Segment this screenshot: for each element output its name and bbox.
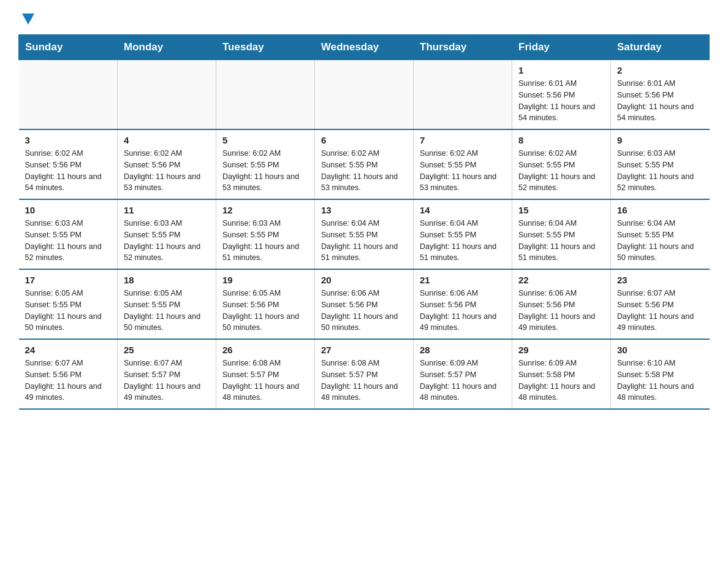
calendar-day-cell: 3Sunrise: 6:02 AMSunset: 5:56 PMDaylight… — [19, 129, 118, 199]
day-number: 12 — [222, 205, 308, 215]
day-sun-info: Sunrise: 6:02 AMSunset: 5:55 PMDaylight:… — [518, 148, 604, 194]
day-sun-info: Sunrise: 6:08 AMSunset: 5:57 PMDaylight:… — [222, 358, 308, 404]
day-number: 3 — [25, 135, 112, 145]
calendar-day-cell: 10Sunrise: 6:03 AMSunset: 5:55 PMDayligh… — [19, 199, 118, 269]
calendar-day-cell: 17Sunrise: 6:05 AMSunset: 5:55 PMDayligh… — [19, 269, 118, 339]
day-of-week-header: Tuesday — [216, 35, 315, 60]
day-of-week-header: Friday — [512, 35, 611, 60]
day-number: 2 — [617, 65, 703, 75]
day-sun-info: Sunrise: 6:01 AMSunset: 5:56 PMDaylight:… — [617, 78, 703, 124]
day-number: 27 — [321, 345, 407, 355]
day-number: 1 — [518, 65, 604, 75]
day-number: 7 — [420, 135, 506, 145]
calendar-day-cell: 8Sunrise: 6:02 AMSunset: 5:55 PMDaylight… — [512, 129, 611, 199]
calendar-day-cell: 9Sunrise: 6:03 AMSunset: 5:55 PMDaylight… — [611, 129, 710, 199]
day-sun-info: Sunrise: 6:03 AMSunset: 5:55 PMDaylight:… — [617, 148, 703, 194]
calendar-day-cell: 14Sunrise: 6:04 AMSunset: 5:55 PMDayligh… — [414, 199, 512, 269]
day-number: 11 — [124, 205, 210, 215]
day-sun-info: Sunrise: 6:05 AMSunset: 5:55 PMDaylight:… — [124, 288, 210, 334]
day-number: 19 — [222, 275, 308, 285]
calendar-day-cell: 6Sunrise: 6:02 AMSunset: 5:55 PMDaylight… — [315, 129, 414, 199]
day-number: 8 — [518, 135, 604, 145]
calendar-day-cell: 15Sunrise: 6:04 AMSunset: 5:55 PMDayligh… — [512, 199, 611, 269]
calendar-day-cell: 18Sunrise: 6:05 AMSunset: 5:55 PMDayligh… — [118, 269, 216, 339]
day-number: 20 — [321, 275, 407, 285]
day-of-week-header: Monday — [118, 35, 216, 60]
day-sun-info: Sunrise: 6:08 AMSunset: 5:57 PMDaylight:… — [321, 358, 407, 404]
day-number: 5 — [222, 135, 308, 145]
page-header — [18, 12, 710, 25]
calendar-table: SundayMondayTuesdayWednesdayThursdayFrid… — [18, 34, 710, 410]
day-number: 9 — [617, 135, 703, 145]
day-sun-info: Sunrise: 6:06 AMSunset: 5:56 PMDaylight:… — [518, 288, 604, 334]
calendar-day-cell — [315, 60, 414, 130]
day-number: 28 — [420, 345, 506, 355]
day-sun-info: Sunrise: 6:04 AMSunset: 5:55 PMDaylight:… — [420, 218, 506, 264]
calendar-day-cell — [118, 60, 216, 130]
day-sun-info: Sunrise: 6:07 AMSunset: 5:56 PMDaylight:… — [25, 358, 112, 404]
logo — [18, 12, 37, 25]
day-number: 17 — [25, 275, 112, 285]
day-sun-info: Sunrise: 6:06 AMSunset: 5:56 PMDaylight:… — [420, 288, 506, 334]
calendar-day-cell: 24Sunrise: 6:07 AMSunset: 5:56 PMDayligh… — [19, 339, 118, 409]
day-number: 10 — [25, 205, 112, 215]
day-sun-info: Sunrise: 6:02 AMSunset: 5:56 PMDaylight:… — [25, 148, 112, 194]
calendar-week-row: 24Sunrise: 6:07 AMSunset: 5:56 PMDayligh… — [19, 339, 710, 409]
calendar-day-cell: 20Sunrise: 6:06 AMSunset: 5:56 PMDayligh… — [315, 269, 414, 339]
calendar-day-cell: 2Sunrise: 6:01 AMSunset: 5:56 PMDaylight… — [611, 60, 710, 130]
day-number: 24 — [25, 345, 112, 355]
calendar-day-cell: 7Sunrise: 6:02 AMSunset: 5:55 PMDaylight… — [414, 129, 512, 199]
calendar-day-cell: 26Sunrise: 6:08 AMSunset: 5:57 PMDayligh… — [216, 339, 315, 409]
calendar-day-cell — [216, 60, 315, 130]
day-sun-info: Sunrise: 6:04 AMSunset: 5:55 PMDaylight:… — [617, 218, 703, 264]
calendar-day-cell: 11Sunrise: 6:03 AMSunset: 5:55 PMDayligh… — [118, 199, 216, 269]
day-sun-info: Sunrise: 6:03 AMSunset: 5:55 PMDaylight:… — [124, 218, 210, 264]
day-number: 21 — [420, 275, 506, 285]
day-sun-info: Sunrise: 6:07 AMSunset: 5:56 PMDaylight:… — [617, 288, 703, 334]
calendar-day-cell: 12Sunrise: 6:03 AMSunset: 5:55 PMDayligh… — [216, 199, 315, 269]
calendar-day-cell: 28Sunrise: 6:09 AMSunset: 5:57 PMDayligh… — [414, 339, 512, 409]
day-sun-info: Sunrise: 6:03 AMSunset: 5:55 PMDaylight:… — [25, 218, 112, 264]
calendar-day-cell: 19Sunrise: 6:05 AMSunset: 5:56 PMDayligh… — [216, 269, 315, 339]
day-number: 16 — [617, 205, 703, 215]
calendar-week-row: 10Sunrise: 6:03 AMSunset: 5:55 PMDayligh… — [19, 199, 710, 269]
day-number: 29 — [518, 345, 604, 355]
calendar-day-cell: 21Sunrise: 6:06 AMSunset: 5:56 PMDayligh… — [414, 269, 512, 339]
calendar-header-row: SundayMondayTuesdayWednesdayThursdayFrid… — [19, 35, 710, 60]
day-number: 15 — [518, 205, 604, 215]
calendar-day-cell: 27Sunrise: 6:08 AMSunset: 5:57 PMDayligh… — [315, 339, 414, 409]
day-number: 18 — [124, 275, 210, 285]
day-sun-info: Sunrise: 6:10 AMSunset: 5:58 PMDaylight:… — [617, 358, 703, 404]
day-of-week-header: Saturday — [611, 35, 710, 60]
calendar-day-cell: 22Sunrise: 6:06 AMSunset: 5:56 PMDayligh… — [512, 269, 611, 339]
calendar-day-cell: 23Sunrise: 6:07 AMSunset: 5:56 PMDayligh… — [611, 269, 710, 339]
day-sun-info: Sunrise: 6:09 AMSunset: 5:58 PMDaylight:… — [518, 358, 604, 404]
day-sun-info: Sunrise: 6:02 AMSunset: 5:56 PMDaylight:… — [124, 148, 210, 194]
day-sun-info: Sunrise: 6:04 AMSunset: 5:55 PMDaylight:… — [321, 218, 407, 264]
calendar-day-cell — [19, 60, 118, 130]
day-sun-info: Sunrise: 6:02 AMSunset: 5:55 PMDaylight:… — [321, 148, 407, 194]
day-number: 26 — [222, 345, 308, 355]
calendar-day-cell: 29Sunrise: 6:09 AMSunset: 5:58 PMDayligh… — [512, 339, 611, 409]
day-sun-info: Sunrise: 6:05 AMSunset: 5:56 PMDaylight:… — [222, 288, 308, 334]
day-of-week-header: Thursday — [414, 35, 512, 60]
day-sun-info: Sunrise: 6:09 AMSunset: 5:57 PMDaylight:… — [420, 358, 506, 404]
day-sun-info: Sunrise: 6:06 AMSunset: 5:56 PMDaylight:… — [321, 288, 407, 334]
day-sun-info: Sunrise: 6:05 AMSunset: 5:55 PMDaylight:… — [25, 288, 112, 334]
day-number: 23 — [617, 275, 703, 285]
day-sun-info: Sunrise: 6:02 AMSunset: 5:55 PMDaylight:… — [420, 148, 506, 194]
day-sun-info: Sunrise: 6:03 AMSunset: 5:55 PMDaylight:… — [222, 218, 308, 264]
calendar-day-cell — [414, 60, 512, 130]
day-sun-info: Sunrise: 6:07 AMSunset: 5:57 PMDaylight:… — [124, 358, 210, 404]
day-number: 25 — [124, 345, 210, 355]
logo-triangle-icon — [20, 11, 37, 28]
calendar-day-cell: 30Sunrise: 6:10 AMSunset: 5:58 PMDayligh… — [611, 339, 710, 409]
day-number: 14 — [420, 205, 506, 215]
calendar-day-cell: 25Sunrise: 6:07 AMSunset: 5:57 PMDayligh… — [118, 339, 216, 409]
calendar-day-cell: 13Sunrise: 6:04 AMSunset: 5:55 PMDayligh… — [315, 199, 414, 269]
day-of-week-header: Wednesday — [315, 35, 414, 60]
calendar-day-cell: 16Sunrise: 6:04 AMSunset: 5:55 PMDayligh… — [611, 199, 710, 269]
day-number: 13 — [321, 205, 407, 215]
calendar-day-cell: 4Sunrise: 6:02 AMSunset: 5:56 PMDaylight… — [118, 129, 216, 199]
day-number: 30 — [617, 345, 703, 355]
